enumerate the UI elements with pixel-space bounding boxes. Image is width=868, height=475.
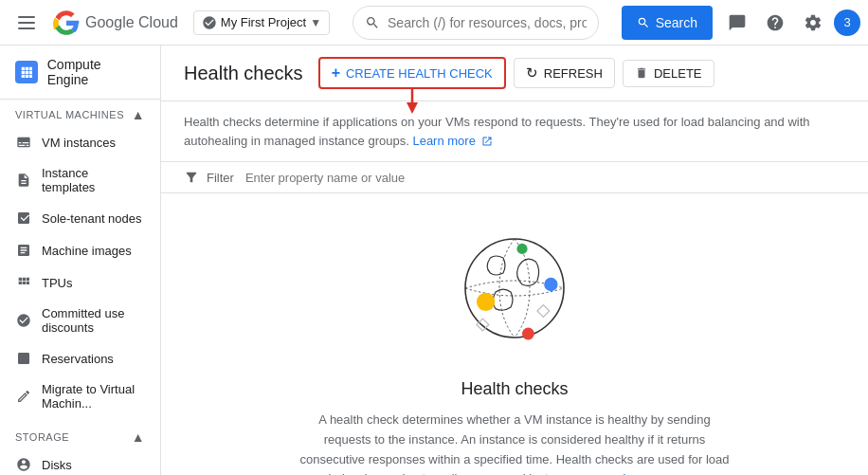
sidebar-item-label: Instance templates xyxy=(42,166,145,194)
external-link-icon xyxy=(481,136,493,147)
sidebar-item-vm-instances[interactable]: VM instances xyxy=(0,126,160,158)
main-content: Health checks + CREATE HEALTH CHECK ↻ RE… xyxy=(161,46,868,475)
refresh-button[interactable]: ↻ REFRESH xyxy=(514,58,615,88)
learn-more-link[interactable]: Learn more xyxy=(412,134,475,148)
svg-marker-4 xyxy=(407,102,418,114)
svg-point-9 xyxy=(522,328,534,340)
sidebar-item-sole-tenant[interactable]: Sole-tenant nodes xyxy=(0,202,160,234)
help-button[interactable] xyxy=(758,6,792,40)
delete-button[interactable]: DELETE xyxy=(623,60,714,87)
empty-state-title: Health checks xyxy=(461,379,568,399)
compute-engine-icon xyxy=(15,61,38,83)
sidebar-item-label: Machine images xyxy=(42,244,132,258)
sidebar-item-reservations[interactable]: Reservations xyxy=(0,342,160,375)
filter-bar: Filter xyxy=(161,162,868,193)
search-button[interactable]: Search xyxy=(622,6,713,40)
sidebar-item-committed-use[interactable]: Committed use discounts xyxy=(0,299,160,342)
project-name: My First Project xyxy=(221,15,306,29)
svg-rect-0 xyxy=(18,16,35,18)
topbar: Google Cloud My First Project ▼ Search 3 xyxy=(0,0,868,46)
search-bar xyxy=(353,6,599,40)
red-arrow-icon xyxy=(401,87,424,114)
chevron-down-icon: ▼ xyxy=(310,16,321,29)
sidebar-item-migrate[interactable]: Migrate to Virtual Machin... xyxy=(0,375,160,418)
tpus-icon xyxy=(15,274,32,291)
refresh-btn-label: REFRESH xyxy=(544,66,603,81)
filter-label: Filter xyxy=(207,171,234,185)
description-text: Health checks determine if applications … xyxy=(184,115,810,148)
product-name: Compute Engine xyxy=(47,57,145,87)
logo-text: Google Cloud xyxy=(85,14,178,31)
vm-instances-icon xyxy=(15,134,32,151)
search-input[interactable] xyxy=(388,15,587,30)
notification-button[interactable] xyxy=(720,6,754,40)
header-actions: + CREATE HEALTH CHECK ↻ REFRESH DELETE xyxy=(318,57,714,89)
search-button-label: Search xyxy=(656,15,697,30)
page-title: Health checks xyxy=(184,63,303,84)
google-cloud-logo: Google Cloud xyxy=(53,9,178,36)
content-header: Health checks + CREATE HEALTH CHECK ↻ RE… xyxy=(161,46,868,101)
sidebar-item-label: Committed use discounts xyxy=(42,306,145,335)
sidebar-item-instance-templates[interactable]: Instance templates xyxy=(0,158,160,202)
sidebar-item-label: Migrate to Virtual Machin... xyxy=(42,382,145,411)
reservations-icon xyxy=(15,350,32,367)
create-icon: + xyxy=(332,64,340,82)
svg-point-7 xyxy=(544,278,557,291)
sidebar-item-label: TPUs xyxy=(42,276,73,290)
sole-tenant-icon xyxy=(15,210,32,227)
svg-rect-1 xyxy=(18,22,35,24)
create-health-check-button[interactable]: + CREATE HEALTH CHECK xyxy=(318,57,506,89)
topbar-icons: 3 xyxy=(720,6,860,40)
search-btn-icon xyxy=(637,16,650,29)
instance-templates-icon xyxy=(15,172,32,189)
empty-state-description: A health check determines whether a VM i… xyxy=(297,411,732,475)
create-btn-label: CREATE HEALTH CHECK xyxy=(346,66,493,81)
empty-learn-more-link[interactable]: Learn more xyxy=(623,471,685,475)
project-selector[interactable]: My First Project ▼ xyxy=(193,10,330,35)
sidebar-item-label: Sole-tenant nodes xyxy=(42,211,142,226)
svg-point-6 xyxy=(477,293,495,311)
empty-state: Health checks A health check determines … xyxy=(161,193,868,475)
sidebar-item-label: VM instances xyxy=(42,136,116,150)
sidebar-item-disks[interactable]: Disks xyxy=(0,448,160,475)
sidebar: Compute Engine Virtual machines ▲ VM ins… xyxy=(0,46,161,475)
disks-icon xyxy=(15,456,32,473)
sidebar-item-tpus[interactable]: TPUs xyxy=(0,266,160,299)
settings-button[interactable] xyxy=(796,6,830,40)
vm-section-header[interactable]: Virtual machines ▲ xyxy=(0,100,160,126)
hamburger-menu[interactable] xyxy=(8,4,45,42)
filter-input[interactable] xyxy=(245,171,845,185)
vm-section-label: Virtual machines xyxy=(15,109,124,120)
storage-section-label: Storage xyxy=(15,431,69,443)
globe-svg xyxy=(439,212,590,364)
main-layout: Compute Engine Virtual machines ▲ VM ins… xyxy=(0,46,868,475)
storage-collapse-icon: ▲ xyxy=(132,429,145,445)
svg-point-8 xyxy=(516,244,527,254)
delete-btn-label: DELETE xyxy=(654,66,702,81)
sidebar-product-header: Compute Engine xyxy=(0,46,160,100)
sidebar-item-label: Disks xyxy=(42,458,72,472)
migrate-icon xyxy=(15,388,32,405)
search-icon xyxy=(365,15,380,30)
filter-icon xyxy=(184,170,199,185)
sidebar-item-label: Reservations xyxy=(42,352,114,366)
committed-use-icon xyxy=(15,312,32,329)
description-area: Health checks determine if applications … xyxy=(161,101,868,162)
empty-illustration xyxy=(439,212,590,364)
machine-images-icon xyxy=(15,242,32,259)
user-avatar[interactable]: 3 xyxy=(834,9,860,36)
refresh-icon: ↻ xyxy=(526,64,538,82)
vm-collapse-icon: ▲ xyxy=(132,107,145,122)
svg-rect-2 xyxy=(18,27,35,29)
storage-section-header[interactable]: Storage ▲ xyxy=(0,422,160,448)
sidebar-item-machine-images[interactable]: Machine images xyxy=(0,234,160,266)
delete-icon xyxy=(635,66,648,80)
